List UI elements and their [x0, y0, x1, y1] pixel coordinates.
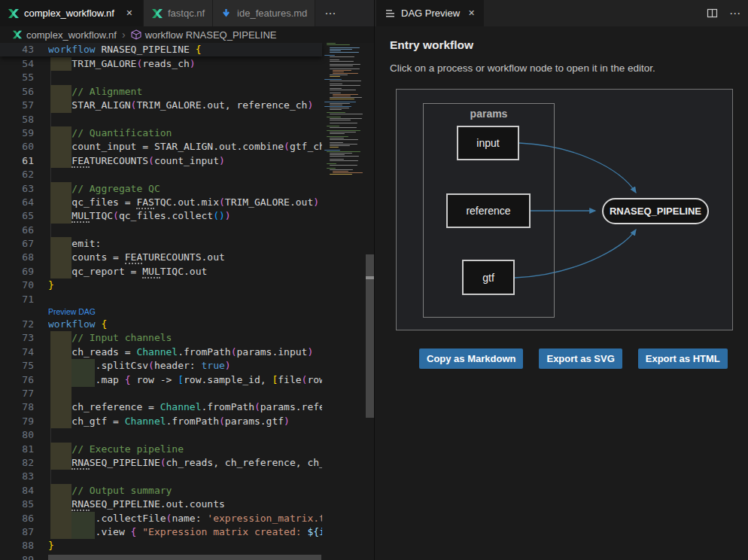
- code-token: (: [254, 401, 260, 412]
- code-line[interactable]: 64 qc_files = FASTQC.out.mix(TRIM_GALORE…: [0, 196, 374, 209]
- code-token: ): [225, 360, 231, 371]
- more-actions-button[interactable]: ⋯: [729, 7, 742, 20]
- dag-preview-panel: DAG Preview ✕ ⋯ Entry workflow Click on …: [374, 0, 748, 560]
- code-line[interactable]: 84 // Output summary: [0, 484, 374, 498]
- tab-label: ide_features.md: [237, 8, 307, 19]
- dag-group-label: params: [424, 108, 554, 120]
- indent-guide: [50, 224, 51, 237]
- code-editor[interactable]: 43workflow RNASEQ_PIPELINE { 54 TRIM_GAL…: [0, 43, 374, 560]
- code-content: // Alignment: [48, 85, 322, 99]
- code-line[interactable]: 79 ch_gtf = Channel.fromPath(params.gtf): [0, 415, 374, 428]
- line-number: 68: [0, 251, 48, 264]
- split-editor-icon[interactable]: [707, 8, 719, 20]
- line-number: 59: [0, 126, 48, 140]
- code-line[interactable]: 65 MULTIQC(qc_files.collect()): [0, 209, 374, 223]
- code-line[interactable]: 85 RNASEQ_PIPELINE.out.counts: [0, 498, 374, 511]
- code-token: [48, 127, 71, 138]
- code-line[interactable]: 69 qc_report = MULTIQC.out: [0, 265, 374, 278]
- code-content: workflow {: [48, 318, 322, 331]
- dag-node-gtf[interactable]: gtf: [462, 260, 515, 295]
- code-token: STAR_ALIGN: [48, 99, 131, 111]
- code-line[interactable]: 63 // Aggregate QC: [0, 182, 374, 196]
- code-token: [48, 183, 71, 194]
- code-token: // Output summary: [71, 485, 172, 496]
- code-line[interactable]: 80: [0, 428, 374, 442]
- code-line[interactable]: 59 // Quantification: [0, 126, 374, 140]
- code-line[interactable]: 58: [0, 113, 374, 126]
- code-line[interactable]: 73 // Input channels: [0, 331, 374, 345]
- code-line[interactable]: 81 // Execute pipeline: [0, 443, 374, 456]
- code-line[interactable]: 88}: [0, 539, 374, 552]
- code-line[interactable]: 75 .splitCsv(header: true): [0, 359, 374, 373]
- code-token: RNASEQ_PIPELINE: [96, 44, 196, 55]
- export-as-svg-button[interactable]: Export as SVG: [539, 348, 622, 369]
- code-token: .fromPath: [178, 346, 230, 358]
- code-token: (: [284, 141, 290, 152]
- sticky-scroll-line[interactable]: 43workflow RNASEQ_PIPELINE {: [0, 43, 322, 56]
- code-line[interactable]: 60 count_input = STAR_ALIGN.out.combine(…: [0, 140, 374, 154]
- code-content: ch_reads = Channel.fromPath(params.input…: [48, 345, 322, 359]
- code-line[interactable]: 76 .map { row -> [row.sample_id, [file(r…: [0, 373, 374, 387]
- code-token: [48, 86, 71, 97]
- code-line[interactable]: 74 ch_reads = Channel.fromPath(params.in…: [0, 345, 374, 359]
- tab-overflow-button[interactable]: ⋯: [315, 0, 346, 26]
- indent-guide: [50, 428, 51, 442]
- code-line[interactable]: 70}: [0, 278, 374, 292]
- dag-node-rnaseq-pipeline[interactable]: RNASEQ_PIPELINE: [602, 198, 709, 224]
- code-line[interactable]: 86 .collectFile(name: 'expression_matrix…: [0, 512, 374, 525]
- close-icon[interactable]: ✕: [468, 8, 475, 18]
- code-line[interactable]: 62: [0, 168, 374, 181]
- tab-dag-preview[interactable]: DAG Preview ✕: [376, 0, 484, 26]
- tab-ide_features.md[interactable]: ide_features.md: [213, 0, 315, 26]
- panel-body: Entry workflow Click on a process or wor…: [375, 26, 748, 369]
- code-line[interactable]: 68 counts = FEATURECOUNTS.out: [0, 251, 374, 264]
- code-line[interactable]: 83: [0, 470, 374, 483]
- code-token: params.referen: [260, 401, 322, 412]
- code-token: TRIM_GALORE.out: [225, 196, 313, 208]
- breadcrumb-file[interactable]: complex_workflow.nf: [26, 29, 117, 41]
- line-number: 84: [0, 484, 48, 498]
- dag-node-input[interactable]: input: [457, 126, 519, 160]
- code-line[interactable]: 87 .view { "Expression matrix created: $…: [0, 525, 374, 539]
- tab-complex_workflow.nf[interactable]: complex_workflow.nf✕: [0, 0, 144, 26]
- breadcrumb-symbol[interactable]: workflow RNASEQ_PIPELINE: [145, 29, 277, 41]
- code-line[interactable]: 72workflow {: [0, 318, 374, 331]
- dag-node-reference[interactable]: reference: [446, 193, 531, 228]
- codelens-row[interactable]: Preview DAG: [0, 306, 374, 318]
- code-token: (: [113, 210, 119, 221]
- code-token: ch_reference =: [48, 401, 160, 412]
- code-line[interactable]: 56 // Alignment: [0, 85, 374, 99]
- code-line[interactable]: 82 RNASEQ_PIPELINE(ch_reads, ch_referenc…: [0, 456, 374, 470]
- code-line[interactable]: 71: [0, 293, 374, 306]
- code-content: RNASEQ_PIPELINE.out.counts: [48, 498, 322, 511]
- line-number: 87: [0, 525, 48, 539]
- breadcrumb[interactable]: complex_workflow.nf › workflow RNASEQ_PI…: [0, 26, 374, 43]
- code-line[interactable]: 78 ch_reference = Channel.fromPath(param…: [0, 400, 374, 414]
- code-line[interactable]: 54 TRIM_GALORE(reads_ch): [0, 57, 374, 71]
- export-as-html-button[interactable]: Export as HTML: [638, 348, 728, 369]
- indent-rainbow-level1: [50, 387, 71, 400]
- code-line[interactable]: 77: [0, 387, 374, 400]
- code-token: emit:: [48, 238, 101, 249]
- codelens-preview-dag[interactable]: Preview DAG: [48, 306, 322, 318]
- minimap[interactable]: [324, 43, 366, 186]
- code-line[interactable]: 66: [0, 224, 374, 237]
- code-token: Channel: [136, 346, 178, 358]
- code-line[interactable]: 57 STAR_ALIGN(TRIM_GALORE.out, reference…: [0, 99, 374, 112]
- line-number: 69: [0, 265, 48, 278]
- line-number: 64: [0, 196, 48, 209]
- tab-fastqc.nf[interactable]: fastqc.nf: [144, 0, 213, 26]
- panel-tab-label: DAG Preview: [401, 8, 460, 19]
- code-token: RNA: [71, 457, 89, 470]
- code-line[interactable]: 67 emit:: [0, 237, 374, 251]
- close-icon[interactable]: ✕: [123, 8, 135, 18]
- code-token: ): [307, 99, 313, 111]
- code-line[interactable]: 55: [0, 71, 374, 84]
- copy-as-markdown-button[interactable]: Copy as Markdown: [419, 348, 523, 369]
- horizontal-scrollbar[interactable]: [48, 555, 321, 560]
- code-line[interactable]: 43workflow RNASEQ_PIPELINE {: [0, 43, 322, 56]
- code-token: MUL: [142, 266, 160, 278]
- breadcrumb-separator: ›: [122, 29, 126, 41]
- code-line[interactable]: 61 FEATURECOUNTS(count_input): [0, 154, 374, 168]
- code-token: TRIM_GALORE: [48, 58, 136, 69]
